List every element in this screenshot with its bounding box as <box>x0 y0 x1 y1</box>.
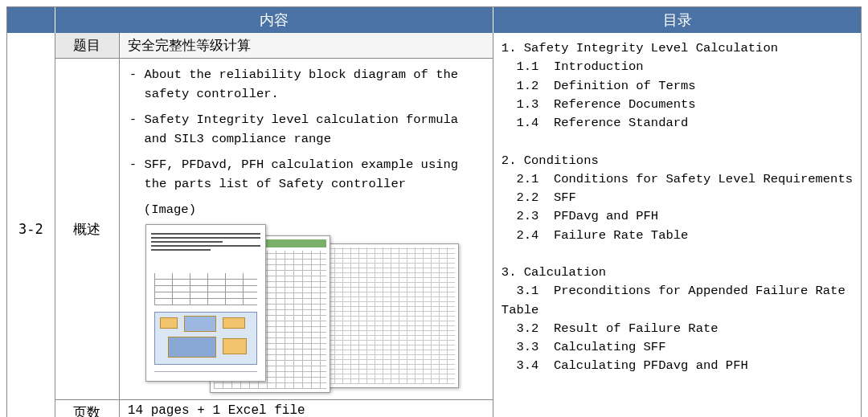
header-row: 内容 目录 <box>7 7 861 33</box>
title-label: 题目 <box>55 33 120 58</box>
doc-table: 内容 目录 3-2 题目 安全完整性等级计算 概述 - About the re… <box>6 6 862 417</box>
toc-column: 1. Safety Integrity Level Calculation 1.… <box>493 33 861 417</box>
title-row: 题目 安全完整性等级计算 <box>55 33 493 59</box>
overview-image-label: (Image) <box>144 200 483 219</box>
title-value: 安全完整性等级计算 <box>120 33 493 58</box>
body-row: 3-2 题目 安全完整性等级计算 概述 - About the reliabil… <box>7 33 861 417</box>
overview-bullet-3: - SFF, PFDavd, PFH calculation example u… <box>129 155 483 194</box>
pages-row: 页数 14 pages + 1 Excel file <box>55 400 493 417</box>
overview-value: - About the reliability block diagram of… <box>120 59 493 399</box>
header-blank <box>7 7 55 33</box>
overview-label: 概述 <box>55 59 120 399</box>
overview-bullet-1: - About the reliability block diagram of… <box>129 65 483 104</box>
thumbnail-document <box>145 224 266 382</box>
content-column: 题目 安全完整性等级计算 概述 - About the reliability … <box>55 33 493 417</box>
overview-row: 概述 - About the reliability block diagram… <box>55 59 493 400</box>
header-toc: 目录 <box>493 7 861 33</box>
thumbnail-stack <box>145 224 483 393</box>
header-content: 内容 <box>55 7 493 33</box>
thumbnail-spreadsheet-2 <box>314 243 459 388</box>
pages-value: 14 pages + 1 Excel file <box>120 400 493 417</box>
overview-bullet-2: - Safety Integrity level calculation for… <box>129 110 483 149</box>
pages-label: 页数 <box>55 400 120 417</box>
row-id: 3-2 <box>7 33 55 417</box>
